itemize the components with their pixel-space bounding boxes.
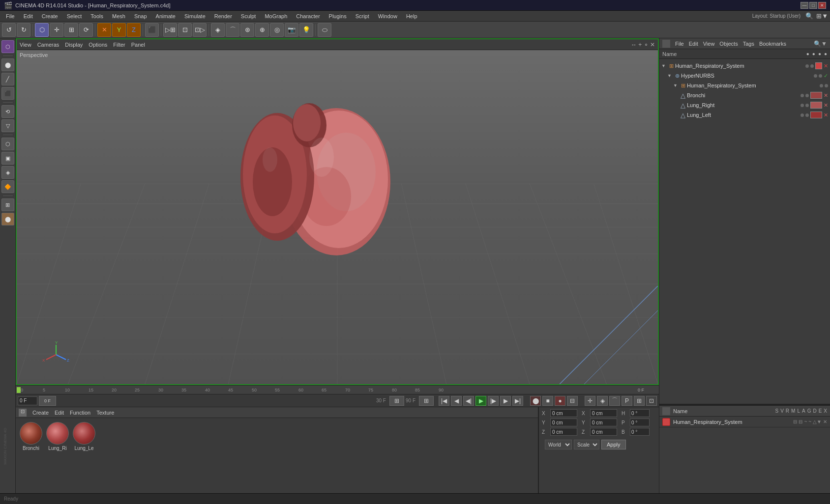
x-axis-button[interactable]: ✕ <box>97 23 111 37</box>
tree-item-human-child[interactable]: ▼ ⊞ Human_Respiratory_System <box>659 81 830 90</box>
viewport-controls[interactable]: ↔ + ⚬ ✕ <box>631 41 655 48</box>
scene-btn[interactable]: ◎ <box>270 23 284 37</box>
obj-menu-file[interactable]: File <box>675 41 684 47</box>
spline-btn[interactable]: ⌒ <box>226 23 239 37</box>
move-tool-button[interactable]: ✛ <box>50 23 63 37</box>
nurbs-btn[interactable]: ⊛ <box>240 23 254 37</box>
left-tool-1[interactable]: ⬡ <box>1 40 14 53</box>
vp-menu-filter[interactable]: Filter <box>113 42 125 48</box>
viewport[interactable]: View Cameras Display Options Filter Pane… <box>16 38 659 385</box>
undo-button[interactable]: ↺ <box>2 23 16 37</box>
menu-select[interactable]: Select <box>63 12 86 20</box>
menu-snap[interactable]: Snap <box>130 12 151 20</box>
tree-item-bronchi[interactable]: △ Bronchi ✕ <box>659 90 830 100</box>
material-bronchi[interactable]: Bronchi <box>20 422 42 451</box>
left-tool-6[interactable]: ▽ <box>1 119 14 132</box>
tree-item-root[interactable]: ▼ ⊞ Human_Respiratory_System ✕ <box>659 61 830 71</box>
vp-menu-panel[interactable]: Panel <box>131 42 145 48</box>
redo-button[interactable]: ↻ <box>17 23 30 37</box>
menu-mesh[interactable]: Mesh <box>108 12 129 20</box>
menu-tools[interactable]: Tools <box>87 12 107 20</box>
current-frame-input[interactable] <box>18 396 37 405</box>
left-tool-8[interactable]: ▣ <box>1 152 14 165</box>
left-tool-edges[interactable]: ╱ <box>1 73 14 85</box>
obj-menu-edit[interactable]: Edit <box>689 41 698 47</box>
left-tool-10[interactable]: 🔶 <box>1 180 14 193</box>
mat-menu-edit[interactable]: Edit <box>55 410 64 416</box>
scale-tool-button[interactable]: ⊞ <box>64 23 78 37</box>
record-stop-button[interactable]: ■ <box>542 396 553 406</box>
menu-edit[interactable]: Edit <box>20 12 37 20</box>
timeline-ruler[interactable]: 0 5 10 15 20 25 30 35 40 45 50 55 60 65 … <box>16 386 659 394</box>
object-btn[interactable]: ◈ <box>211 23 225 37</box>
vp-menu-options[interactable]: Options <box>89 42 107 48</box>
tl-curve-mode[interactable]: ⌒ <box>609 396 620 406</box>
menu-help[interactable]: Help <box>402 12 421 20</box>
material-btn[interactable]: ⬭ <box>318 23 331 37</box>
coord-p-input[interactable] <box>630 419 650 426</box>
material-lung-left[interactable]: Lung_Le <box>73 422 95 451</box>
coord-b-input[interactable] <box>630 428 650 436</box>
frame-step-input[interactable]: 0 F <box>39 396 56 406</box>
prev-frame-button[interactable]: ◀ <box>451 396 462 406</box>
end-frame-input[interactable]: ⊞ <box>419 396 434 406</box>
mat-menu-texture[interactable]: Texture <box>96 410 114 416</box>
tl-key-mode[interactable]: ◈ <box>597 396 608 406</box>
render-preview-button[interactable]: ▷⊞ <box>163 23 177 37</box>
go-start-button[interactable]: |◀ <box>439 396 449 406</box>
menu-script[interactable]: Script <box>352 12 373 20</box>
light-btn[interactable]: 💡 <box>299 23 313 37</box>
vp-menu-display[interactable]: Display <box>65 42 83 48</box>
left-tool-12[interactable]: ⬤ <box>1 213 14 225</box>
mat-menu-function[interactable]: Function <box>70 410 90 416</box>
menu-sculpt[interactable]: Sculpt <box>237 12 260 20</box>
record-initial-button[interactable]: ⬤ <box>530 396 541 406</box>
tree-item-hypernurbs[interactable]: ▼ ⊛ HyperNURBS ✓ <box>659 71 830 81</box>
menu-mograph[interactable]: MoGraph <box>261 12 291 20</box>
tl-add-key[interactable]: ✛ <box>585 396 595 406</box>
record-auto-button[interactable]: ● <box>555 396 565 406</box>
left-tool-points[interactable]: ⬤ <box>1 58 14 71</box>
obj-menu-view[interactable]: View <box>703 41 715 47</box>
prev-key-button[interactable]: ◀| <box>463 396 474 406</box>
obj-menu-bookmarks[interactable]: Bookmarks <box>759 41 786 47</box>
tl-record-mode[interactable]: ⊡ <box>646 396 657 406</box>
left-tool-5[interactable]: ⟲ <box>1 105 14 118</box>
tree-item-lung-right[interactable]: △ Lung_Right ✕ <box>659 100 830 110</box>
menu-character[interactable]: Character <box>292 12 324 20</box>
menu-simulate[interactable]: Simulate <box>180 12 209 20</box>
mat-menu-create[interactable]: Create <box>32 410 49 416</box>
obj-search-icon[interactable]: 🔍▼ <box>814 40 827 47</box>
transform-mode-select[interactable]: Scale Size <box>574 440 599 449</box>
attr-row-human[interactable]: Human_Respiratory_System ⊟ ⊟ ~ ~ △▼ ✕ <box>659 417 830 427</box>
menu-plugins[interactable]: Plugins <box>325 12 351 20</box>
render-button[interactable]: ⊡▷ <box>193 23 207 37</box>
tl-layer-mode[interactable]: ⊞ <box>634 396 645 406</box>
coord-h-input[interactable] <box>630 409 650 417</box>
coord-x-pos-input[interactable] <box>550 409 577 417</box>
camera-btn[interactable]: 📷 <box>285 23 298 37</box>
minimize-button[interactable]: — <box>800 2 808 9</box>
coord-z-pos-input[interactable] <box>550 428 577 436</box>
y-axis-button[interactable]: Y <box>112 23 126 37</box>
attr-menu-name[interactable]: Name <box>673 408 687 414</box>
playback-input-box[interactable]: ⊞ <box>389 396 404 406</box>
coord-x-size-input[interactable] <box>590 409 617 417</box>
deformer-btn[interactable]: ⊕ <box>255 23 269 37</box>
play-button[interactable]: ▶ <box>475 396 486 406</box>
viewport-canvas[interactable]: Perspective <box>17 50 658 384</box>
close-button[interactable]: ✕ <box>818 2 826 9</box>
menu-file[interactable]: File <box>2 12 19 20</box>
left-tool-9[interactable]: ◈ <box>1 166 14 179</box>
select-tool-button[interactable]: ⬡ <box>35 23 49 37</box>
next-key-button[interactable]: |▶ <box>488 396 499 406</box>
vp-menu-view[interactable]: View <box>20 42 31 48</box>
menu-render[interactable]: Render <box>210 12 236 20</box>
vp-menu-cameras[interactable]: Cameras <box>37 42 59 48</box>
render-region-button[interactable]: ⊡ <box>178 23 192 37</box>
layout-search-icon[interactable]: 🔍 <box>805 12 813 20</box>
menu-window[interactable]: Window <box>374 12 401 20</box>
go-end-button[interactable]: ▶| <box>512 396 523 406</box>
menu-animate[interactable]: Animate <box>152 12 179 20</box>
obj-menu-tags[interactable]: Tags <box>743 41 754 47</box>
